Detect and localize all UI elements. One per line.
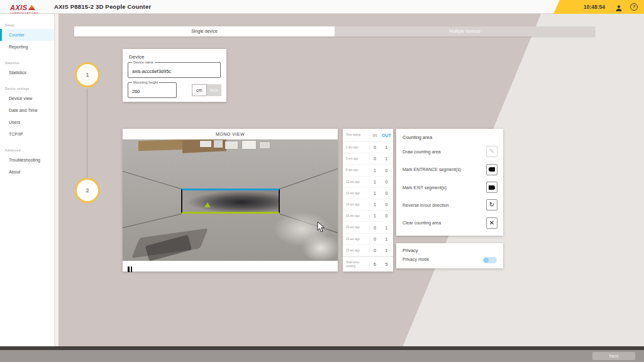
cell-out: 0 xyxy=(380,180,393,184)
sidebar-nav: SetupCounterReportingStatisticsStatistic… xyxy=(0,14,54,347)
mark-entrance-segment-s--button[interactable] xyxy=(486,164,497,175)
sidebar-item-reporting[interactable]: Reporting xyxy=(0,41,54,53)
draw-counting-area-button[interactable]: ✎ xyxy=(486,146,497,157)
mark-exit-segment-s--button[interactable] xyxy=(486,182,497,193)
sidebar-item-date-and-time[interactable]: Date and Time xyxy=(0,104,54,116)
cell-out: 0 xyxy=(380,214,393,218)
desk-object xyxy=(225,141,238,149)
counting-actions: Draw counting area✎Mark ENTRANCE segment… xyxy=(396,143,503,232)
axis-logo-text: AXIS xyxy=(10,4,28,11)
stats-header-in: IN xyxy=(369,133,380,138)
camera-view-panel: MONO VIEW xyxy=(123,129,338,272)
step-indicator-1: 1 xyxy=(75,62,100,87)
counting-action-label: Draw counting area xyxy=(402,150,441,154)
stats-header-row: Time stamp IN OUT xyxy=(343,129,393,142)
top-bar: AXIS COMMUNICATIONS AXIS P8815-2 3D Peop… xyxy=(0,0,644,14)
cell-time: 8 sec ago xyxy=(343,168,369,172)
cell-time: 22 sec ago xyxy=(343,238,369,241)
page-title: AXIS P8815-2 3D People Counter xyxy=(54,0,151,14)
desk-object xyxy=(200,141,211,147)
counting-action-row: Reverse in/out direction↻ xyxy=(396,196,503,214)
device-name-field[interactable] xyxy=(128,63,220,77)
sidebar-item-troubleshooting[interactable]: Troubleshooting xyxy=(0,154,54,166)
step-connector-line xyxy=(87,89,87,178)
sidebar-item-about[interactable]: About xyxy=(0,166,54,178)
sidebar-item-counter[interactable]: Counter xyxy=(0,29,54,41)
footer-bar: Next xyxy=(0,350,644,362)
cell-out: 0 xyxy=(380,168,393,173)
cell-in: 1 xyxy=(369,191,380,195)
table-row: 23 sec ago01 xyxy=(343,245,393,256)
sidebar-section-label: Advanced xyxy=(0,146,54,154)
tab-single-device[interactable]: Single device xyxy=(74,26,335,36)
mounting-height-field[interactable] xyxy=(128,83,176,97)
counting-action-row: Draw counting area✎ xyxy=(396,143,503,160)
mouse-cursor-icon xyxy=(317,221,325,236)
perspective-line xyxy=(123,171,181,189)
next-button[interactable]: Next xyxy=(592,352,635,360)
help-icon[interactable]: ? xyxy=(630,3,638,11)
cell-in: 0 xyxy=(369,226,380,230)
counting-action-label: Clear counting area xyxy=(402,221,441,225)
sidebar-section-label: Setup xyxy=(0,21,54,29)
cell-in: 0 xyxy=(369,248,380,253)
counting-area-overlay[interactable] xyxy=(181,189,280,214)
axis-logo: AXIS COMMUNICATIONS xyxy=(10,1,38,14)
unit-cm-button[interactable]: cm xyxy=(192,84,207,96)
sidebar-item-tcp-ip[interactable]: TCP/IP xyxy=(0,128,54,140)
cell-time: 16 sec ago xyxy=(343,214,369,217)
desk-object xyxy=(242,141,256,149)
cell-in: 0 xyxy=(369,237,380,241)
desk-object xyxy=(260,142,270,148)
sidebar-item-users[interactable]: Users xyxy=(0,116,54,128)
toggle-knob xyxy=(484,258,489,263)
device-name-label: Device name xyxy=(132,60,155,64)
counting-action-row: Mark ENTRANCE segment(s) xyxy=(396,160,503,178)
clear-counting-area-button[interactable]: ✕ xyxy=(486,217,497,229)
device-panel-title: Device xyxy=(129,54,144,60)
entrance-segment-icon xyxy=(489,167,495,172)
table-row: 12 sec ago10 xyxy=(343,177,393,188)
cell-in: 0 xyxy=(369,156,380,161)
reverse-in-out-direction-button[interactable]: ↻ xyxy=(486,199,497,211)
cell-in: 1 xyxy=(369,202,380,207)
table-row: 20 sec ago01 xyxy=(343,222,393,233)
stats-header-time: Time stamp xyxy=(343,133,369,136)
stats-total-label: Total since viewing xyxy=(343,261,369,268)
cell-time: 1 sec ago xyxy=(343,146,369,149)
stats-total-row: Total since viewing 6 5 xyxy=(343,256,393,272)
cell-in: 0 xyxy=(369,145,380,150)
device-tabs: Single device Multiple devices xyxy=(74,26,595,36)
sidebar-scrollbar[interactable] xyxy=(54,14,58,347)
unit-inch-button[interactable]: inch xyxy=(207,84,222,96)
cell-in: 1 xyxy=(369,214,380,218)
pause-icon[interactable] xyxy=(128,263,135,269)
counting-action-label: Reverse in/out direction xyxy=(402,203,449,207)
unit-toggle: cm inch xyxy=(192,84,221,96)
direction-arrow-icon xyxy=(204,202,211,207)
camera-view-title: MONO VIEW xyxy=(123,129,338,140)
camera-live-view[interactable] xyxy=(123,140,338,261)
reverse-icon: ↻ xyxy=(489,202,494,208)
cell-time: 12 sec ago xyxy=(343,180,369,184)
axis-logo-subtext: COMMUNICATIONS xyxy=(10,12,38,14)
counting-action-row: Clear counting area✕ xyxy=(396,214,503,232)
cell-out: 1 xyxy=(380,145,393,150)
cell-in: 1 xyxy=(369,180,380,184)
stats-total-out: 5 xyxy=(380,262,393,266)
cell-out: 1 xyxy=(380,226,393,230)
cell-time: 5 sec ago xyxy=(343,157,369,160)
cell-out: 0 xyxy=(380,202,393,207)
privacy-panel: Privacy Privacy mode xyxy=(396,243,503,268)
floor-highlight xyxy=(302,234,338,261)
privacy-title: Privacy xyxy=(402,248,418,253)
cell-time: 20 sec ago xyxy=(343,226,369,229)
step-indicator-2: 2 xyxy=(75,178,100,203)
perspective-line xyxy=(123,214,182,228)
tab-multiple-devices[interactable]: Multiple devices xyxy=(335,26,595,36)
sidebar-item-device-view[interactable]: Device view xyxy=(0,92,54,104)
user-icon[interactable] xyxy=(615,3,623,11)
sidebar-section-label: Device settings xyxy=(0,85,54,92)
privacy-mode-toggle[interactable] xyxy=(483,257,497,263)
sidebar-item-statistics[interactable]: Statistics xyxy=(0,67,54,79)
